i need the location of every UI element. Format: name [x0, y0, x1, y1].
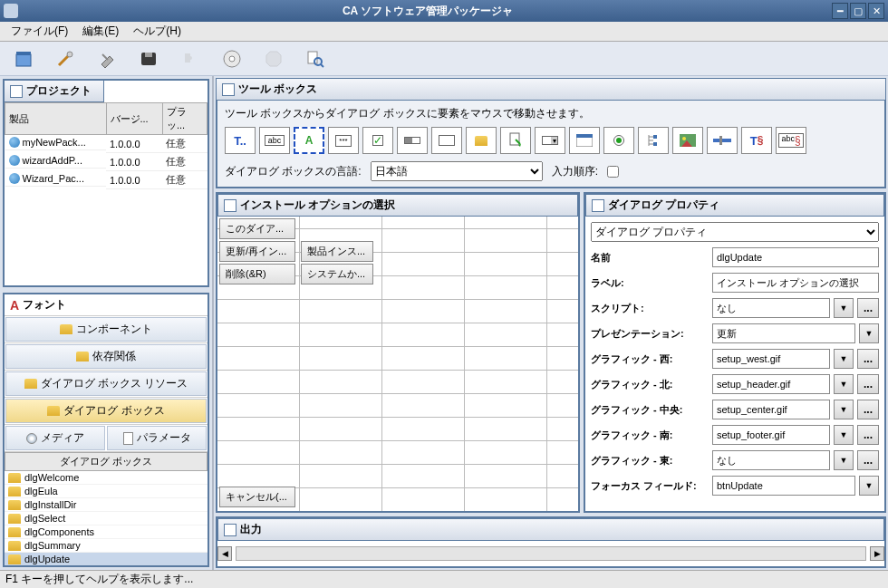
- list-item[interactable]: dlgSummary: [5, 539, 208, 553]
- prop-gfx-south-input[interactable]: [712, 425, 830, 445]
- prop-gfx-east-input[interactable]: [712, 450, 830, 470]
- table-row[interactable]: myNewPack...1.0.0.0任意: [5, 135, 208, 153]
- svg-rect-6: [145, 53, 152, 57]
- menu-file[interactable]: ファイル(F): [4, 22, 75, 41]
- cell-update[interactable]: 更新/再イン...: [219, 241, 295, 262]
- globe-icon: [9, 155, 20, 166]
- nav-dialog-resources[interactable]: ダイアログ ボックス リソース: [5, 371, 207, 396]
- prop-label-input[interactable]: [712, 273, 879, 293]
- menu-edit[interactable]: 編集(E): [75, 22, 126, 41]
- tool-file-icon[interactable]: [500, 127, 531, 154]
- dropdown-button[interactable]: ▼: [859, 476, 879, 496]
- dropdown-button[interactable]: ▼: [834, 400, 854, 419]
- project-table: 製品 バージ... プラッ... myNewPack...1.0.0.0任意wi…: [5, 102, 208, 189]
- col-product[interactable]: 製品: [5, 103, 107, 135]
- table-row[interactable]: Wizard_Pac...1.0.0.0任意: [5, 171, 208, 189]
- right-panel: ツール ボックス ツール ボックスからダイアログ ボックスに要素をマウスで移動さ…: [214, 76, 888, 570]
- nav-dependencies[interactable]: 依存関係: [5, 344, 207, 369]
- col-platform[interactable]: プラッ...: [162, 103, 207, 135]
- list-item[interactable]: dlgInstallDir: [5, 498, 208, 512]
- output-scrollbar[interactable]: [236, 546, 866, 561]
- nav-media[interactable]: メディア: [5, 426, 105, 450]
- dropdown-button[interactable]: ▼: [834, 450, 854, 470]
- cell-system[interactable]: システムか...: [301, 264, 373, 284]
- tools-icon[interactable]: [53, 46, 78, 72]
- dropdown-button[interactable]: ▼: [834, 298, 854, 318]
- puzzle-icon[interactable]: [178, 46, 203, 72]
- dialog-design-grid[interactable]: このダイア... 更新/再イン... 製品インス... 削除(&R) システムか…: [217, 217, 578, 511]
- prop-focus-input[interactable]: [712, 476, 855, 496]
- folder-icon: [8, 554, 21, 564]
- browse-button[interactable]: ...: [857, 374, 879, 394]
- cell-product-install[interactable]: 製品インス...: [301, 241, 373, 262]
- table-row[interactable]: wizardAddP...1.0.0.0任意: [5, 153, 208, 171]
- tool-image-icon[interactable]: [672, 127, 703, 154]
- prop-presentation-input[interactable]: [712, 323, 855, 343]
- tool-tree-icon[interactable]: [638, 127, 669, 154]
- tool-password-icon[interactable]: ***: [328, 127, 359, 154]
- nav-parameters[interactable]: パラメータ: [107, 426, 207, 450]
- nav-dialog-boxes[interactable]: ダイアログ ボックス: [5, 399, 207, 423]
- prop-gfx-north-input[interactable]: [712, 374, 830, 394]
- svg-rect-21: [653, 142, 657, 146]
- dropdown-button[interactable]: ▼: [834, 425, 854, 445]
- tool-textarea-icon[interactable]: A: [294, 127, 324, 154]
- list-item[interactable]: dlgComponents: [5, 525, 208, 539]
- stop-icon[interactable]: [261, 46, 286, 72]
- search-icon[interactable]: [303, 46, 328, 72]
- list-item[interactable]: dlgWelcome: [5, 471, 208, 485]
- browse-button[interactable]: ...: [857, 450, 879, 470]
- menu-help[interactable]: ヘルプ(H): [126, 22, 188, 41]
- dropdown-button[interactable]: ▼: [859, 323, 879, 343]
- list-item[interactable]: dlgEula: [5, 485, 208, 498]
- dropdown-button[interactable]: ▼: [834, 349, 854, 369]
- tool-richtext-icon[interactable]: abc§: [776, 127, 806, 154]
- tool-checkbox-icon[interactable]: ✓: [362, 127, 393, 154]
- package-icon[interactable]: [11, 46, 36, 72]
- prop-name-input[interactable]: [712, 247, 879, 267]
- panel-icon: [592, 199, 604, 212]
- close-button[interactable]: ✕: [868, 3, 884, 19]
- browse-button[interactable]: ...: [857, 400, 879, 419]
- scroll-left-button[interactable]: ◀: [217, 546, 232, 561]
- tool-progressbar-icon[interactable]: [397, 127, 428, 154]
- svg-rect-26: [719, 136, 722, 145]
- tool-text-icon[interactable]: T..: [225, 127, 256, 154]
- cell-cancel[interactable]: キャンセル(...: [219, 487, 295, 507]
- list-item[interactable]: dlgSelect: [5, 512, 208, 525]
- prop-gfx-center-input[interactable]: [712, 400, 830, 419]
- lang-select[interactable]: 日本語: [371, 161, 543, 181]
- maximize-button[interactable]: ▢: [850, 3, 866, 19]
- prop-gfx-west-input[interactable]: [712, 349, 830, 369]
- list-item[interactable]: dlgUpdate: [5, 553, 208, 565]
- install-title: インストール オプションの選択: [240, 198, 395, 213]
- tool-folder-icon[interactable]: [466, 127, 497, 154]
- browse-button[interactable]: ...: [857, 298, 879, 318]
- nav-components[interactable]: コンポーネント: [5, 317, 207, 342]
- disk-icon[interactable]: [136, 46, 161, 72]
- tool-textfield-icon[interactable]: abc: [259, 127, 290, 154]
- properties-header: ダイアログ プロパティ: [585, 194, 884, 217]
- properties-section-select[interactable]: ダイアログ プロパティ: [591, 222, 879, 242]
- cell-this-dialog[interactable]: このダイア...: [219, 218, 295, 239]
- cell-delete[interactable]: 削除(&R): [219, 264, 295, 284]
- tool-radio-icon[interactable]: [603, 127, 634, 154]
- tool-slider-icon[interactable]: [707, 127, 738, 154]
- tool-panel-icon[interactable]: [431, 127, 462, 154]
- input-order-checkbox[interactable]: [607, 166, 619, 178]
- col-version[interactable]: バージ...: [106, 103, 162, 135]
- cd-icon[interactable]: [219, 46, 245, 72]
- browse-button[interactable]: ...: [857, 349, 879, 369]
- wrench-icon[interactable]: [94, 46, 120, 72]
- scroll-right-button[interactable]: ▶: [870, 546, 884, 561]
- minimize-button[interactable]: ━: [832, 3, 848, 19]
- dialog-list: dlgWelcomedlgEuladlgInstallDirdlgSelectd…: [5, 471, 208, 565]
- project-tab[interactable]: プロジェクト: [5, 81, 104, 102]
- dialog-list-header[interactable]: ダイアログ ボックス: [5, 452, 208, 471]
- prop-script-input[interactable]: [712, 298, 830, 318]
- browse-button[interactable]: ...: [857, 425, 879, 445]
- tool-combobox-icon[interactable]: ▾: [535, 127, 565, 154]
- tool-window-icon[interactable]: [569, 127, 600, 154]
- tool-label-icon[interactable]: T§: [741, 127, 772, 154]
- dropdown-button[interactable]: ▼: [834, 374, 854, 394]
